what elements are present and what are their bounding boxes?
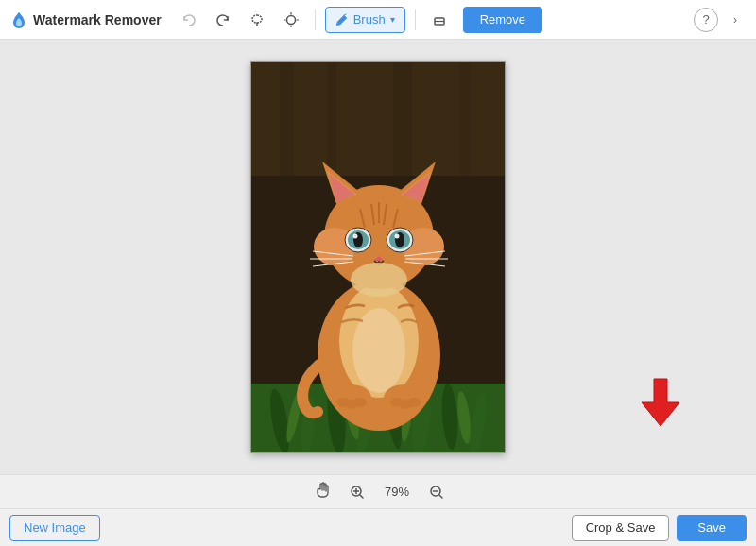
- svg-rect-11: [280, 62, 294, 176]
- brush-chevron-icon: ▾: [390, 14, 395, 25]
- crop-save-button[interactable]: Crop & Save: [572, 515, 670, 541]
- redo-button[interactable]: [209, 7, 237, 33]
- red-arrow-indicator: [637, 374, 684, 431]
- brush-label: Brush: [353, 12, 386, 26]
- toolbar-divider-2: [415, 9, 416, 30]
- svg-point-65: [351, 263, 407, 297]
- svg-rect-12: [327, 62, 336, 176]
- app-logo: Watermark Remover: [9, 10, 162, 29]
- zoom-bar: 79%: [0, 474, 756, 508]
- toolbar-divider-1: [315, 9, 316, 30]
- svg-rect-13: [393, 62, 412, 176]
- toolbar: Watermark Remover: [0, 0, 756, 40]
- lasso-button[interactable]: [243, 7, 271, 33]
- remove-button[interactable]: Remove: [463, 7, 542, 33]
- bottom-bar: New Image Crop & Save Save: [0, 508, 756, 546]
- svg-line-73: [439, 495, 442, 498]
- zoom-out-button[interactable]: [425, 481, 448, 503]
- brush-button[interactable]: Brush ▾: [325, 7, 405, 33]
- zoom-in-button[interactable]: [346, 481, 369, 503]
- zoom-level: 79%: [378, 485, 416, 499]
- brush-icon: [335, 13, 349, 26]
- app-title: Watermark Remover: [33, 12, 162, 27]
- svg-point-38: [407, 398, 421, 407]
- svg-rect-14: [459, 62, 471, 176]
- svg-line-6: [344, 14, 346, 15]
- save-button[interactable]: Save: [677, 515, 747, 541]
- app-logo-icon: [9, 10, 28, 29]
- magic-wand-button[interactable]: [277, 7, 305, 33]
- kitten-image: [251, 62, 506, 453]
- svg-point-54: [353, 233, 358, 238]
- svg-point-35: [353, 398, 367, 407]
- new-image-button[interactable]: New Image: [9, 515, 100, 541]
- svg-point-55: [395, 233, 400, 238]
- expand-button[interactable]: ›: [724, 8, 747, 32]
- svg-point-1: [286, 15, 295, 24]
- svg-line-70: [360, 495, 363, 498]
- canvas-area: [0, 40, 756, 474]
- help-button[interactable]: ?: [694, 8, 718, 32]
- hand-tool-button[interactable]: [308, 480, 336, 504]
- eraser-button[interactable]: [425, 7, 454, 33]
- svg-marker-66: [642, 379, 679, 426]
- undo-button[interactable]: [175, 7, 203, 33]
- image-container: [250, 61, 506, 453]
